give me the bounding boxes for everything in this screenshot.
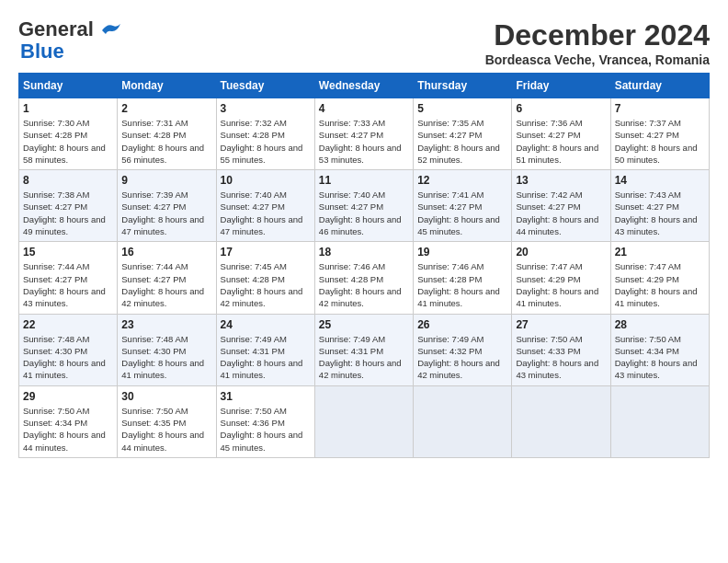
day-number: 25 [319,318,409,331]
day-number: 9 [121,174,211,187]
calendar-cell [314,385,413,457]
day-number: 28 [615,318,705,331]
day-info: Sunrise: 7:40 AMSunset: 4:27 PMDaylight:… [221,189,311,237]
calendar-cell: 30Sunrise: 7:50 AMSunset: 4:35 PMDayligh… [118,385,216,457]
day-info: Sunrise: 7:44 AMSunset: 4:27 PMDaylight:… [121,260,211,309]
day-number: 3 [221,102,311,115]
day-info: Sunrise: 7:32 AMSunset: 4:28 PMDaylight:… [221,117,311,166]
day-info: Sunrise: 7:49 AMSunset: 4:31 PMDaylight:… [319,333,409,382]
header-cell-sunday: Sunday [19,74,118,98]
calendar-cell: 19Sunrise: 7:46 AMSunset: 4:28 PMDayligh… [414,242,512,314]
day-info: Sunrise: 7:49 AMSunset: 4:32 PMDaylight:… [417,333,507,382]
day-number: 17 [221,246,311,259]
calendar-header: SundayMondayTuesdayWednesdayThursdayFrid… [19,74,710,98]
calendar-cell: 12Sunrise: 7:41 AMSunset: 4:27 PMDayligh… [414,170,512,242]
day-number: 11 [319,174,409,187]
day-number: 15 [23,246,113,259]
day-info: Sunrise: 7:38 AMSunset: 4:27 PMDaylight:… [23,189,113,237]
day-info: Sunrise: 7:50 AMSunset: 4:35 PMDaylight:… [121,405,211,454]
logo: General Blue [18,18,120,63]
day-number: 10 [221,174,311,187]
day-number: 20 [516,246,606,259]
day-number: 14 [615,174,705,187]
day-info: Sunrise: 7:35 AMSunset: 4:27 PMDaylight:… [417,117,507,166]
calendar-table: SundayMondayTuesdayWednesdayThursdayFrid… [18,73,710,458]
calendar-cell: 20Sunrise: 7:47 AMSunset: 4:29 PMDayligh… [512,242,610,314]
day-number: 31 [221,390,311,403]
logo-bird-icon [100,23,120,38]
day-info: Sunrise: 7:48 AMSunset: 4:30 PMDaylight:… [121,333,211,382]
day-info: Sunrise: 7:30 AMSunset: 4:28 PMDaylight:… [23,117,113,166]
logo-blue-text: Blue [20,40,120,63]
day-info: Sunrise: 7:47 AMSunset: 4:29 PMDaylight:… [615,260,705,309]
calendar-cell [610,385,709,457]
header-cell-tuesday: Tuesday [216,74,314,98]
week-row-3: 15Sunrise: 7:44 AMSunset: 4:27 PMDayligh… [19,242,710,314]
day-number: 18 [319,246,409,259]
day-number: 22 [23,318,113,331]
calendar-cell [512,385,610,457]
calendar-cell: 31Sunrise: 7:50 AMSunset: 4:36 PMDayligh… [216,385,314,457]
calendar-cell: 9Sunrise: 7:39 AMSunset: 4:27 PMDaylight… [118,170,216,242]
calendar-cell: 23Sunrise: 7:48 AMSunset: 4:30 PMDayligh… [118,314,216,385]
day-info: Sunrise: 7:42 AMSunset: 4:27 PMDaylight:… [516,189,606,237]
calendar-cell: 16Sunrise: 7:44 AMSunset: 4:27 PMDayligh… [118,242,216,314]
day-info: Sunrise: 7:43 AMSunset: 4:27 PMDaylight:… [615,189,705,237]
calendar-cell: 3Sunrise: 7:32 AMSunset: 4:28 PMDaylight… [216,98,314,170]
day-number: 23 [121,318,211,331]
calendar-cell: 26Sunrise: 7:49 AMSunset: 4:32 PMDayligh… [414,314,512,385]
calendar-cell: 21Sunrise: 7:47 AMSunset: 4:29 PMDayligh… [610,242,709,314]
calendar-cell: 18Sunrise: 7:46 AMSunset: 4:28 PMDayligh… [314,242,413,314]
page-header: General Blue December 2024 Bordeasca Vec… [18,18,710,67]
calendar-cell: 1Sunrise: 7:30 AMSunset: 4:28 PMDaylight… [19,98,118,170]
day-info: Sunrise: 7:45 AMSunset: 4:28 PMDaylight:… [221,260,311,309]
day-info: Sunrise: 7:37 AMSunset: 4:27 PMDaylight:… [615,117,705,166]
day-info: Sunrise: 7:39 AMSunset: 4:27 PMDaylight:… [121,189,211,237]
calendar-cell: 6Sunrise: 7:36 AMSunset: 4:27 PMDaylight… [512,98,610,170]
logo-text: General [18,18,120,40]
day-number: 16 [121,246,211,259]
calendar-cell: 25Sunrise: 7:49 AMSunset: 4:31 PMDayligh… [314,314,413,385]
calendar-cell: 14Sunrise: 7:43 AMSunset: 4:27 PMDayligh… [610,170,709,242]
header-cell-thursday: Thursday [414,74,512,98]
day-info: Sunrise: 7:36 AMSunset: 4:27 PMDaylight:… [516,117,606,166]
calendar-cell: 4Sunrise: 7:33 AMSunset: 4:27 PMDaylight… [314,98,413,170]
day-number: 4 [319,102,409,115]
day-number: 2 [121,102,211,115]
calendar-cell: 15Sunrise: 7:44 AMSunset: 4:27 PMDayligh… [19,242,118,314]
calendar-cell: 7Sunrise: 7:37 AMSunset: 4:27 PMDaylight… [610,98,709,170]
day-info: Sunrise: 7:44 AMSunset: 4:27 PMDaylight:… [23,260,113,309]
calendar-cell: 2Sunrise: 7:31 AMSunset: 4:28 PMDaylight… [118,98,216,170]
day-info: Sunrise: 7:50 AMSunset: 4:33 PMDaylight:… [516,333,606,382]
day-number: 19 [417,246,507,259]
page-subtitle: Bordeasca Veche, Vrancea, Romania [485,52,710,67]
day-number: 29 [23,390,113,403]
week-row-5: 29Sunrise: 7:50 AMSunset: 4:34 PMDayligh… [19,385,710,457]
day-number: 5 [417,102,507,115]
day-info: Sunrise: 7:49 AMSunset: 4:31 PMDaylight:… [221,333,311,382]
calendar-cell: 29Sunrise: 7:50 AMSunset: 4:34 PMDayligh… [19,385,118,457]
calendar-cell: 28Sunrise: 7:50 AMSunset: 4:34 PMDayligh… [610,314,709,385]
day-number: 13 [516,174,606,187]
day-info: Sunrise: 7:50 AMSunset: 4:34 PMDaylight:… [23,405,113,454]
page-title: December 2024 [485,18,710,52]
day-number: 7 [615,102,705,115]
calendar-cell: 11Sunrise: 7:40 AMSunset: 4:27 PMDayligh… [314,170,413,242]
calendar-cell: 22Sunrise: 7:48 AMSunset: 4:30 PMDayligh… [19,314,118,385]
day-number: 21 [615,246,705,259]
day-info: Sunrise: 7:41 AMSunset: 4:27 PMDaylight:… [417,189,507,237]
calendar-cell: 10Sunrise: 7:40 AMSunset: 4:27 PMDayligh… [216,170,314,242]
day-info: Sunrise: 7:46 AMSunset: 4:28 PMDaylight:… [417,260,507,309]
calendar-cell: 5Sunrise: 7:35 AMSunset: 4:27 PMDaylight… [414,98,512,170]
header-cell-monday: Monday [118,74,216,98]
day-info: Sunrise: 7:46 AMSunset: 4:28 PMDaylight:… [319,260,409,309]
calendar-body: 1Sunrise: 7:30 AMSunset: 4:28 PMDaylight… [19,98,710,458]
week-row-2: 8Sunrise: 7:38 AMSunset: 4:27 PMDaylight… [19,170,710,242]
day-number: 8 [23,174,113,187]
day-info: Sunrise: 7:50 AMSunset: 4:34 PMDaylight:… [615,333,705,382]
header-cell-wednesday: Wednesday [314,74,413,98]
logo-block: General Blue [18,18,120,63]
calendar-cell [414,385,512,457]
day-number: 30 [121,390,211,403]
day-info: Sunrise: 7:33 AMSunset: 4:27 PMDaylight:… [319,117,409,166]
